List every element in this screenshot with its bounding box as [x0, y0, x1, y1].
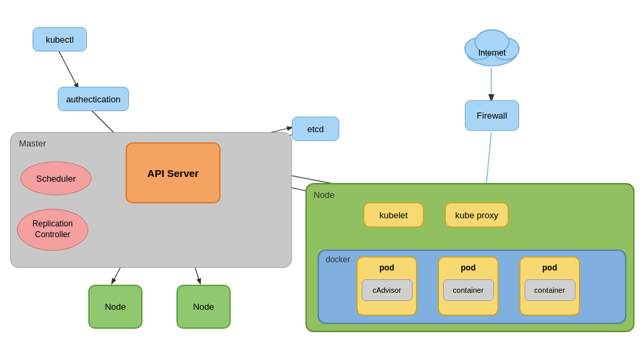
node2-box: Node: [176, 285, 231, 329]
node-bg-label: Node: [314, 190, 335, 200]
authentication-node: authectication: [58, 87, 129, 111]
api-server-label: API Server: [147, 167, 199, 179]
cadvisor-box: cAdvisor: [362, 279, 413, 301]
kube-proxy-node: kube proxy: [444, 202, 509, 228]
firewall-node: Firewall: [465, 100, 519, 131]
container1-box: container: [443, 279, 494, 301]
node2-label: Node: [193, 302, 214, 312]
node1-box: Node: [88, 285, 143, 329]
kubelet-node: kubelet: [363, 202, 424, 228]
authentication-label: authectication: [66, 94, 120, 104]
kubelet-label: kubelet: [379, 210, 408, 220]
etcd-node: etcd: [292, 117, 339, 141]
etcd-label: etcd: [307, 124, 324, 134]
pod2-box: pod container: [438, 256, 499, 316]
svg-text:Internet: Internet: [478, 48, 506, 58]
scheduler-node: Scheduler: [20, 161, 92, 195]
pod2-label: pod: [461, 263, 476, 273]
container2-label: container: [534, 286, 565, 294]
docker-label: docker: [326, 255, 350, 264]
pod1-box: pod cAdvisor: [356, 256, 417, 316]
diagram: kubectl authectication etcd Master API S…: [0, 0, 644, 343]
pod1-label: pod: [379, 263, 394, 273]
container1-label: container: [453, 286, 483, 294]
kubectl-node: kubectl: [33, 27, 87, 52]
kube-proxy-label: kube proxy: [455, 210, 499, 220]
node1-label: Node: [105, 302, 126, 312]
kubectl-label: kubectl: [45, 35, 73, 45]
firewall-label: Firewall: [477, 110, 508, 121]
pod3-box: pod container: [519, 256, 580, 316]
replication-controller-label: ReplicationController: [33, 219, 73, 240]
pod3-label: pod: [542, 263, 557, 273]
scheduler-label: Scheduler: [36, 174, 76, 184]
cloud-svg: Internet: [458, 20, 526, 68]
container2-box: container: [525, 279, 575, 301]
cadvisor-label: cAdvisor: [373, 286, 401, 294]
master-label: Master: [19, 138, 46, 148]
replication-controller-node: ReplicationController: [17, 209, 88, 251]
internet-cloud: Internet: [458, 20, 526, 68]
svg-line-0: [58, 49, 78, 88]
api-server-node: API Server: [126, 142, 221, 203]
